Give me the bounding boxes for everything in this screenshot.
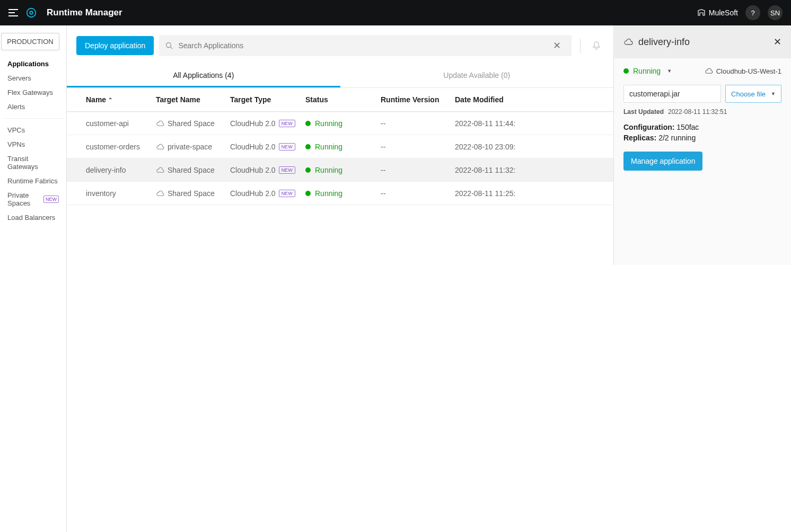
cell-name: inventory — [67, 189, 152, 198]
sidebar-item-runtime-fabrics[interactable]: Runtime Fabrics — [5, 174, 61, 188]
replicas-value: 2/2 running — [658, 134, 696, 142]
cell-target: Shared Space — [152, 119, 226, 128]
cell-type: CloudHub 2.0NEW — [226, 119, 301, 128]
new-badge: NEW — [279, 190, 295, 197]
notifications-icon[interactable] — [589, 41, 604, 50]
cloud-icon — [705, 68, 713, 74]
svg-point-2 — [166, 43, 171, 48]
cell-status: Running — [301, 119, 376, 128]
config-value: 150fac — [676, 123, 699, 131]
status-dot-icon — [623, 68, 629, 74]
org-name: MuleSoft — [709, 8, 738, 17]
cell-type: CloudHub 2.0NEW — [226, 189, 301, 198]
search-input[interactable] — [178, 41, 549, 50]
search-icon — [165, 42, 173, 49]
config-label: Configuration: — [623, 123, 674, 131]
replicas-label: Replicas: — [623, 134, 656, 142]
cell-name: delivery-info — [67, 166, 152, 174]
user-avatar[interactable]: SN — [768, 5, 783, 20]
clear-search-icon[interactable]: ✕ — [549, 40, 565, 51]
last-updated-value: 2022-08-11 11:32:51 — [668, 108, 727, 116]
cell-runtime: -- — [376, 119, 451, 128]
new-badge: NEW — [279, 166, 295, 174]
status-dot-icon — [305, 121, 311, 126]
cell-type: CloudHub 2.0NEW — [226, 166, 301, 174]
main-content: Deploy application ✕ All Applications (4… — [67, 25, 613, 532]
status-dot-icon — [305, 191, 311, 196]
cell-name: customer-api — [67, 119, 152, 128]
cell-type: CloudHub 2.0NEW — [226, 143, 301, 151]
sidebar: PRODUCTION ApplicationsServersFlex Gatew… — [0, 25, 67, 532]
svg-line-3 — [171, 47, 173, 49]
new-badge: NEW — [43, 196, 59, 203]
table-header: Name ⌃ Target Name Target Type Status Ru… — [67, 88, 613, 112]
choose-file-button[interactable]: Choose file ▼ — [725, 85, 781, 103]
new-badge: NEW — [279, 143, 295, 150]
column-runtime[interactable]: Runtime Version — [376, 95, 451, 104]
sidebar-divider — [3, 118, 63, 119]
sidebar-item-servers[interactable]: Servers — [5, 71, 61, 85]
sidebar-item-load-balancers[interactable]: Load Balancers — [5, 210, 61, 225]
cell-date: 2022-08-11 11:25: — [451, 189, 525, 198]
deploy-button[interactable]: Deploy application — [76, 36, 154, 55]
status-dropdown[interactable]: Running ▼ — [623, 67, 672, 75]
cell-status: Running — [301, 143, 376, 151]
cell-date: 2022-08-10 23:09: — [451, 143, 525, 151]
manage-application-button[interactable]: Manage application — [623, 152, 702, 171]
column-date[interactable]: Date Modified — [451, 95, 525, 104]
sort-asc-icon: ⌃ — [108, 97, 112, 103]
last-updated-label: Last Updated — [623, 108, 664, 116]
sidebar-item-transit-gateways[interactable]: Transit Gateways — [5, 152, 61, 174]
details-title: delivery-info — [638, 37, 768, 48]
cell-runtime: -- — [376, 143, 451, 151]
menu-icon[interactable] — [8, 9, 18, 16]
sidebar-item-vpcs[interactable]: VPCs — [5, 123, 61, 137]
search-wrap: ✕ — [159, 35, 572, 56]
details-status-text: Running — [633, 67, 661, 75]
app-title: Runtime Manager — [47, 7, 122, 18]
cloud-icon — [156, 190, 164, 197]
new-badge: NEW — [279, 120, 295, 127]
cloud-icon — [156, 167, 164, 173]
cell-status: Running — [301, 189, 376, 198]
cell-target: private-space — [152, 143, 226, 151]
region-label: Cloudhub-US-West-1 — [705, 67, 781, 75]
column-target[interactable]: Target Name — [152, 95, 226, 104]
cell-status: Running — [301, 166, 376, 174]
table-row[interactable]: customer-ordersprivate-spaceCloudHub 2.0… — [67, 135, 613, 158]
table-row[interactable]: inventoryShared SpaceCloudHub 2.0NEWRunn… — [67, 182, 613, 205]
cell-target: Shared Space — [152, 166, 226, 174]
sidebar-item-flex-gateways[interactable]: Flex Gateways — [5, 85, 61, 100]
help-button[interactable]: ? — [745, 5, 760, 20]
svg-point-0 — [27, 8, 36, 17]
column-type[interactable]: Target Type — [226, 95, 301, 104]
sidebar-item-alerts[interactable]: Alerts — [5, 100, 61, 114]
column-status[interactable]: Status — [301, 95, 376, 104]
sidebar-item-vpns[interactable]: VPNs — [5, 137, 61, 152]
column-name[interactable]: Name ⌃ — [67, 95, 152, 104]
tab-all-applications[interactable]: All Applications (4) — [67, 65, 340, 87]
cell-runtime: -- — [376, 166, 451, 174]
file-name-field: customerapi.jar — [623, 85, 721, 103]
table-row[interactable]: customer-apiShared SpaceCloudHub 2.0NEWR… — [67, 112, 613, 135]
table-row[interactable]: delivery-infoShared SpaceCloudHub 2.0NEW… — [67, 158, 613, 182]
cell-runtime: -- — [376, 189, 451, 198]
cell-name: customer-orders — [67, 143, 152, 151]
svg-point-1 — [30, 11, 33, 14]
chevron-down-icon: ▼ — [667, 68, 672, 74]
org-switcher[interactable]: MuleSoft — [697, 8, 738, 17]
status-dot-icon — [305, 144, 311, 149]
cell-target: Shared Space — [152, 189, 226, 198]
environment-selector[interactable]: PRODUCTION — [1, 33, 59, 50]
tab-update-available[interactable]: Update Available (0) — [340, 65, 614, 87]
cell-date: 2022-08-11 11:44: — [451, 119, 525, 128]
details-panel: delivery-info ✕ Running ▼ Cloudhub-US-We… — [613, 25, 791, 265]
cloud-icon — [623, 38, 633, 46]
runtime-logo-icon — [25, 7, 37, 19]
sidebar-item-private-spaces[interactable]: Private SpacesNEW — [5, 188, 61, 210]
app-header: Runtime Manager MuleSoft ? SN — [0, 0, 791, 25]
close-icon[interactable]: ✕ — [774, 36, 781, 48]
cell-date: 2022-08-11 11:32: — [451, 166, 525, 174]
sidebar-item-applications[interactable]: Applications — [5, 57, 61, 71]
cloud-icon — [156, 144, 164, 150]
